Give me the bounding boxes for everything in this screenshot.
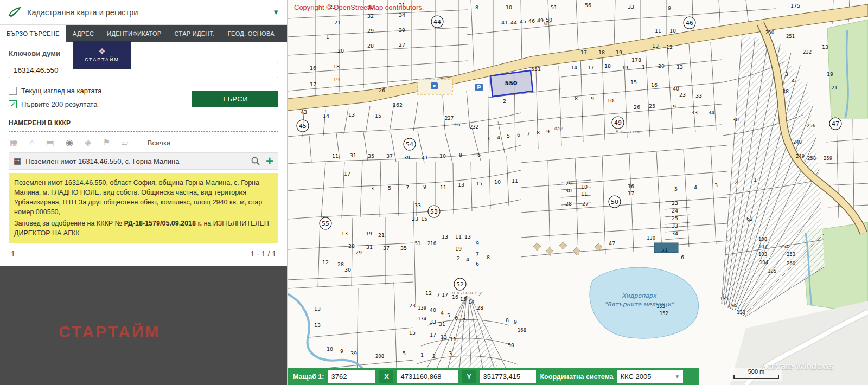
- result-details: Поземлен имот 16314.46.550, област София…: [9, 173, 278, 243]
- tab-old-ident[interactable]: СТАР ИДЕНТ.: [168, 25, 221, 42]
- keywords-label: Ключови думи: [9, 49, 278, 57]
- svg-text:33: 33: [430, 319, 436, 325]
- x-coordinate-input[interactable]: [397, 370, 458, 383]
- pagination: 1 1 - 1 / 1: [9, 243, 278, 266]
- filter-building-icon[interactable]: ▤: [46, 138, 54, 147]
- order-prefix: Заповед за одобрение на КККР №: [14, 220, 124, 227]
- svg-text:29: 29: [565, 181, 572, 187]
- svg-text:33: 33: [628, 4, 634, 10]
- filter-polygon-icon[interactable]: ▱: [122, 138, 129, 147]
- svg-text:12: 12: [666, 44, 673, 50]
- svg-text:43: 43: [301, 109, 307, 115]
- tab-geod-base[interactable]: ГЕОД. ОСНОВА: [221, 25, 281, 42]
- svg-text:11: 11: [655, 28, 661, 34]
- page-number[interactable]: 1: [11, 249, 15, 258]
- svg-text:7: 7: [406, 184, 409, 190]
- svg-text:50: 50: [611, 198, 618, 206]
- app-title: Кадастрална карта и регистри: [27, 8, 272, 17]
- svg-text:19: 19: [827, 71, 833, 77]
- page-info: 1 - 1 / 1: [251, 249, 276, 258]
- svg-text:105: 105: [768, 268, 776, 274]
- svg-text:4: 4: [466, 256, 469, 262]
- svg-text:15: 15: [375, 113, 381, 119]
- svg-text:4: 4: [441, 310, 444, 316]
- svg-text:13: 13: [314, 322, 321, 328]
- filter-pole-icon[interactable]: ⚑: [103, 138, 110, 147]
- svg-text:25: 25: [649, 103, 655, 109]
- svg-text:39: 39: [399, 27, 405, 33]
- svg-text:550: 550: [505, 80, 518, 87]
- svg-text:Б е - а н а: Б е - а н а: [615, 129, 641, 134]
- checkbox-first-200[interactable]: ✓: [9, 100, 17, 108]
- first-200-option[interactable]: ✓ Първите 200 резултата: [9, 100, 192, 108]
- svg-text:28: 28: [337, 261, 344, 267]
- svg-text:152: 152: [660, 311, 668, 316]
- svg-text:34: 34: [399, 12, 405, 18]
- svg-text:10: 10: [607, 98, 614, 104]
- svg-text:1: 1: [754, 177, 757, 183]
- scale-input[interactable]: [328, 370, 375, 383]
- svg-text:18: 18: [598, 49, 605, 55]
- svg-text:17: 17: [442, 292, 448, 298]
- svg-text:2: 2: [735, 179, 738, 185]
- svg-text:15: 15: [409, 330, 416, 336]
- parcel-grid-icon: ▦: [14, 156, 21, 166]
- svg-text:50: 50: [508, 342, 514, 348]
- svg-text:54: 54: [406, 141, 413, 148]
- filter-house-icon[interactable]: ⌂: [29, 138, 35, 147]
- svg-text:107: 107: [758, 244, 767, 249]
- current-view-option[interactable]: Текущ изглед на картата: [9, 87, 192, 95]
- svg-text:10: 10: [327, 346, 333, 352]
- svg-text:11: 11: [332, 153, 339, 159]
- add-result-icon[interactable]: +: [266, 156, 273, 166]
- svg-text:45: 45: [520, 18, 526, 24]
- svg-text:133: 133: [737, 310, 745, 315]
- svg-text:19: 19: [333, 76, 340, 82]
- svg-text:6: 6: [681, 254, 684, 260]
- first-200-label: Първите 200 резултата: [21, 100, 97, 108]
- coord-system-select[interactable]: ККС 2005 ▼: [617, 370, 683, 383]
- zoom-to-result-icon[interactable]: [251, 156, 260, 166]
- filter-grid-icon[interactable]: ▦: [10, 138, 18, 147]
- svg-text:4: 4: [694, 184, 697, 190]
- tab-identifier[interactable]: ИДЕНТИФИКАТОР: [100, 25, 168, 42]
- svg-text:в л а о в е у: в л а о в е у: [451, 290, 482, 296]
- checkbox-current-view[interactable]: [9, 87, 17, 95]
- svg-text:232: 232: [470, 124, 478, 130]
- tab-address[interactable]: АДРЕС: [66, 25, 100, 42]
- svg-text:27: 27: [399, 42, 405, 48]
- svg-text:10: 10: [669, 28, 676, 34]
- svg-text:46: 46: [528, 18, 535, 24]
- filter-layers-icon[interactable]: ◈: [85, 138, 91, 147]
- svg-text:14: 14: [571, 65, 577, 70]
- filter-pin-icon[interactable]: ◉: [66, 138, 73, 147]
- svg-text:40: 40: [430, 307, 436, 313]
- svg-text:13: 13: [341, 230, 348, 236]
- y-coordinate-input[interactable]: [480, 370, 536, 383]
- svg-text:39: 39: [350, 350, 357, 356]
- search-button[interactable]: ТЪРСИ: [192, 91, 278, 107]
- svg-text:21: 21: [334, 20, 341, 25]
- tab-quick-search[interactable]: БЪРЗО ТЪРСЕНЕ: [0, 25, 66, 42]
- cadastral-map[interactable]: P 23333181051563391752132344144454649501…: [288, 0, 868, 385]
- svg-text:53: 53: [430, 208, 438, 215]
- svg-text:39: 39: [404, 155, 410, 161]
- svg-text:34: 34: [708, 110, 714, 116]
- filter-all-label[interactable]: Всички: [148, 139, 170, 147]
- svg-text:28: 28: [477, 305, 483, 311]
- svg-text:23: 23: [412, 216, 418, 222]
- svg-text:7: 7: [462, 317, 465, 323]
- svg-text:18: 18: [333, 63, 340, 69]
- search-options: Текущ изглед на картата ✓ Първите 200 ре…: [9, 87, 278, 114]
- svg-text:5: 5: [507, 133, 510, 139]
- keywords-input[interactable]: [9, 62, 278, 78]
- svg-text:15: 15: [476, 181, 482, 187]
- svg-text:6: 6: [517, 132, 520, 138]
- chevron-down-icon[interactable]: ▼: [272, 8, 279, 16]
- map-statusbar: Мащаб 1: X Y Координатна система ККС 200…: [288, 368, 699, 385]
- svg-text:248: 248: [793, 139, 802, 145]
- svg-text:Хидропарк: Хидропарк: [622, 292, 657, 299]
- svg-text:17: 17: [344, 171, 350, 177]
- result-item[interactable]: ▦ Поземлен имот 16314.46.550, с. Горна М…: [9, 152, 278, 170]
- svg-text:13: 13: [458, 182, 464, 188]
